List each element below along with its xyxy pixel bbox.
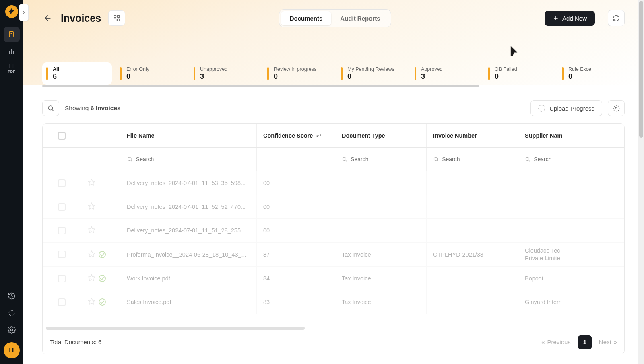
file-name-cell: Delivery_notes_2024-07-01_11_52_52_470..… [120, 195, 257, 218]
confidence-cell: 87 [257, 243, 335, 266]
table-row[interactable]: Sales Invoice.pdf83Tax InvoiceGinyard In… [43, 290, 624, 314]
svg-point-21 [128, 157, 131, 161]
col-document-type[interactable]: Document Type [335, 124, 427, 147]
svg-rect-13 [114, 19, 116, 21]
file-name-cell: Work Invoice.pdf [120, 267, 257, 290]
row-checkbox[interactable] [58, 203, 66, 211]
star-icon[interactable] [88, 179, 95, 187]
page-scrollbar[interactable] [638, 0, 644, 364]
invoice-no-cell [427, 171, 518, 195]
invoice-no-cell [427, 267, 518, 290]
col-confidence-score[interactable]: Confidence Score [257, 124, 335, 147]
supplier-cell: Ginyard Intern [518, 290, 607, 314]
tab-audit-reports[interactable]: Audit Reports [331, 11, 389, 25]
refresh-button[interactable] [608, 10, 625, 26]
nav-settings[interactable] [4, 322, 20, 337]
col-supplier-name[interactable]: Supplier Nam [518, 124, 607, 147]
table-settings-button[interactable] [608, 100, 625, 116]
table-horizontal-scrollbar[interactable] [46, 327, 621, 330]
file-name-cell: Proforma_Invoice__2024-06-28_18_10_43_..… [120, 243, 257, 266]
nav-reports[interactable] [4, 44, 20, 59]
app-logo[interactable] [5, 5, 18, 18]
filter-my-pending-reviews[interactable]: My Pending Reviews0 [337, 62, 407, 85]
svg-marker-30 [89, 203, 95, 209]
svg-rect-14 [118, 19, 120, 21]
view-toggle: Documents Audit Reports [279, 9, 391, 27]
svg-marker-33 [89, 275, 95, 281]
check-icon [99, 251, 106, 258]
sidebar-expand-button[interactable] [19, 4, 29, 21]
filter-rule-exce[interactable]: Rule Exce0 [558, 62, 625, 85]
filter-review-in-progress[interactable]: Review in progress0 [263, 62, 333, 85]
back-button[interactable] [42, 12, 54, 24]
search-supplier[interactable] [534, 156, 601, 162]
row-checkbox[interactable] [58, 298, 66, 306]
filter-scrollbar[interactable] [42, 85, 625, 87]
star-icon[interactable] [88, 274, 95, 283]
table-row[interactable]: Delivery_notes_2024-07-01_11_53_35_598..… [43, 171, 624, 195]
svg-line-24 [346, 160, 347, 162]
svg-line-22 [131, 160, 132, 162]
nav-history[interactable] [4, 288, 20, 304]
nav-pdf[interactable]: PDF [4, 61, 20, 76]
svg-rect-12 [118, 15, 120, 17]
search-file-name[interactable] [136, 156, 250, 162]
nav-documents[interactable] [4, 27, 20, 42]
table-row[interactable]: Delivery_notes_2024-07-01_11_51_28_255..… [43, 219, 624, 243]
col-invoice-number[interactable]: Invoice Number [427, 124, 518, 147]
star-icon[interactable] [88, 202, 95, 211]
invoice-no-cell [427, 219, 518, 242]
svg-point-18 [48, 106, 53, 110]
confidence-cell: 00 [257, 195, 335, 218]
doc-type-cell [335, 219, 427, 242]
add-new-label: Add New [562, 15, 587, 22]
user-avatar[interactable]: H [4, 342, 20, 358]
table-row[interactable]: Work Invoice.pdf84Tax InvoiceBopodi [43, 267, 624, 290]
svg-line-19 [52, 109, 53, 111]
svg-marker-34 [89, 298, 95, 304]
nav-loading[interactable] [4, 305, 20, 321]
showing-label: Showing 6 Invoices [65, 105, 121, 112]
svg-marker-31 [89, 227, 95, 233]
svg-point-27 [526, 157, 529, 160]
svg-rect-7 [10, 64, 13, 68]
supplier-cell [518, 171, 607, 195]
svg-point-25 [434, 157, 437, 160]
star-icon[interactable] [88, 226, 95, 235]
filter-approved[interactable]: Approved3 [411, 62, 480, 85]
invoice-no-cell [427, 290, 518, 314]
page-title: Invoices [61, 12, 101, 24]
row-checkbox[interactable] [58, 275, 66, 282]
layout-toggle-button[interactable] [108, 10, 125, 26]
table-search-toggle[interactable] [42, 100, 59, 116]
confidence-cell: 83 [257, 290, 335, 314]
row-checkbox[interactable] [58, 179, 66, 187]
supplier-cell [518, 219, 607, 242]
sort-icon[interactable] [316, 132, 322, 139]
cursor-pointer-icon [510, 45, 519, 58]
search-invoice-no[interactable] [442, 156, 512, 162]
doc-type-cell: Tax Invoice [335, 267, 427, 290]
row-checkbox[interactable] [58, 227, 66, 234]
search-doc-type[interactable] [351, 156, 420, 162]
next-page-button[interactable]: Next» [599, 339, 617, 345]
file-name-cell: Sales Invoice.pdf [120, 290, 257, 314]
row-checkbox[interactable] [58, 251, 66, 258]
filter-all[interactable]: All6 [42, 62, 112, 85]
invoice-no-cell [427, 195, 518, 218]
table-row[interactable]: Proforma_Invoice__2024-06-28_18_10_43_..… [43, 243, 624, 267]
upload-progress-button[interactable]: Upload Progress [530, 100, 602, 116]
table-row[interactable]: Delivery_notes_2024-07-01_11_52_52_470..… [43, 195, 624, 219]
select-all-checkbox[interactable] [58, 132, 66, 140]
svg-marker-32 [89, 251, 95, 257]
page-number-current[interactable]: 1 [578, 335, 592, 349]
star-icon[interactable] [88, 250, 95, 259]
filter-unapproved[interactable]: Unapproved3 [190, 62, 259, 85]
star-icon[interactable] [88, 298, 95, 306]
filter-qb-failed[interactable]: QB Failed0 [484, 62, 554, 85]
tab-documents[interactable]: Documents [281, 11, 332, 25]
filter-error-only[interactable]: Error Only0 [116, 62, 186, 85]
add-new-button[interactable]: Add New [545, 11, 595, 26]
prev-page-button[interactable]: «Previous [541, 339, 571, 345]
col-file-name[interactable]: File Name [120, 124, 257, 147]
